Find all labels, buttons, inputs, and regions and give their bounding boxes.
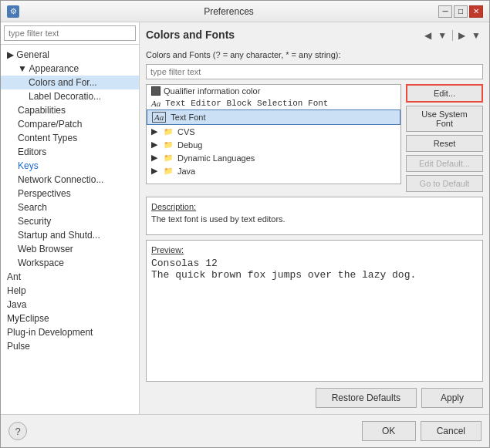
- sidebar-item-keys[interactable]: Keys: [1, 159, 139, 173]
- forward-icon[interactable]: ▶: [456, 29, 468, 42]
- bottom-bar: ? OK Cancel: [1, 414, 489, 447]
- font-item-debug[interactable]: ▶ 📁 Debug: [147, 138, 400, 151]
- folder-img-java: 📁: [164, 167, 173, 175]
- panel-header: Colors and Fonts ◀ ▼ ▶ ▼: [146, 29, 483, 42]
- toolbar-separator: [452, 30, 453, 41]
- sidebar-item-colors-fonts[interactable]: Colors and For...: [1, 76, 139, 89]
- font-list-area: Qualifier information color Aa Text Edit…: [146, 84, 483, 192]
- back-icon[interactable]: ◀: [422, 29, 434, 42]
- apply-button[interactable]: Apply: [421, 388, 483, 408]
- maximize-button[interactable]: □: [454, 5, 468, 18]
- font-list: Qualifier information color Aa Text Edit…: [146, 84, 401, 184]
- panel-subtitle: Colors and Fonts (? = any character, * =…: [146, 50, 483, 59]
- sidebar-item-startup[interactable]: Startup and Shutd...: [1, 228, 139, 242]
- font-item-block-label: Text Editor Block Selection Font: [165, 99, 328, 108]
- font-item-qualifier-color[interactable]: Qualifier information color: [147, 85, 400, 97]
- window-title: Preferences: [19, 6, 438, 17]
- use-system-font-button[interactable]: Use System Font: [406, 106, 483, 132]
- folder-img-dl: 📁: [164, 153, 173, 162]
- title-bar: ⚙ Preferences ─ □ ✕: [1, 1, 489, 22]
- folder-img-cvs: 📁: [164, 127, 173, 136]
- font-item-text-label: Text Font: [171, 113, 205, 122]
- sidebar: ▶ General ▼ Appearance Colors and For...…: [1, 22, 140, 414]
- sidebar-item-compare-patch[interactable]: Compare/Patch: [1, 117, 139, 131]
- font-filter-input[interactable]: [146, 64, 483, 79]
- title-buttons: ─ □ ✕: [438, 5, 483, 18]
- sidebar-item-content-types[interactable]: Content Types: [1, 131, 139, 145]
- sidebar-item-appearance[interactable]: ▼ Appearance: [1, 62, 139, 76]
- preview-label: Preview:: [151, 245, 478, 254]
- aa-mono-icon: Aa: [151, 99, 161, 108]
- sidebar-item-editors[interactable]: Editors: [1, 145, 139, 159]
- sidebar-item-perspectives[interactable]: Perspectives: [1, 187, 139, 200]
- aa-box-icon: Aa: [152, 112, 166, 123]
- sidebar-item-security[interactable]: Security: [1, 214, 139, 228]
- sidebar-item-plugin-dev[interactable]: Plug-in Development: [1, 325, 139, 339]
- folder-img-debug: 📁: [164, 140, 173, 149]
- app-icon: ⚙: [7, 5, 19, 18]
- minimize-button[interactable]: ─: [438, 5, 452, 18]
- font-item-text-font[interactable]: Aa Text Font: [147, 109, 400, 125]
- font-item-qualifier-label: Qualifier information color: [164, 86, 260, 96]
- sidebar-item-general[interactable]: ▶ General: [1, 48, 139, 62]
- dropdown-arrow1-icon[interactable]: ▼: [435, 29, 449, 42]
- folder-icon-debug: ▶: [151, 140, 161, 150]
- cancel-button[interactable]: Cancel: [421, 421, 482, 441]
- main-panel: Colors and Fonts ◀ ▼ ▶ ▼ Colors and Font…: [140, 22, 489, 414]
- preview-line1: Consolas 12: [151, 258, 478, 269]
- preview-content: Consolas 12 The quick brown fox jumps ov…: [151, 258, 478, 281]
- sidebar-item-network[interactable]: Network Connectio...: [1, 173, 139, 187]
- go-to-default-button[interactable]: Go to Default: [406, 175, 483, 192]
- sidebar-item-java[interactable]: Java: [1, 298, 139, 312]
- ok-button[interactable]: OK: [362, 421, 416, 441]
- font-item-text-editor-block[interactable]: Aa Text Editor Block Selection Font: [147, 97, 400, 109]
- content-area: ▶ General ▼ Appearance Colors and For...…: [1, 22, 489, 414]
- description-section: Description: The text font is used by te…: [146, 197, 483, 235]
- sidebar-item-capabilities[interactable]: Capabilities: [1, 103, 139, 117]
- dropdown-arrow2-icon[interactable]: ▼: [469, 29, 483, 42]
- font-item-dynamic-languages[interactable]: ▶ 📁 Dynamic Languages: [147, 151, 400, 164]
- sidebar-tree: ▶ General ▼ Appearance Colors and For...…: [1, 45, 139, 414]
- close-button[interactable]: ✕: [469, 5, 483, 18]
- folder-icon-java: ▶: [151, 166, 161, 176]
- preview-line2: The quick brown fox jumps over the lazy …: [151, 269, 478, 281]
- sidebar-item-web-browser[interactable]: Web Browser: [1, 242, 139, 256]
- font-item-debug-label: Debug: [177, 140, 202, 150]
- font-item-dl-label: Dynamic Languages: [177, 153, 255, 163]
- sidebar-filter-input[interactable]: [4, 25, 136, 41]
- sidebar-filter-area: [1, 22, 139, 45]
- sidebar-item-search[interactable]: Search: [1, 200, 139, 214]
- filter-box: [146, 64, 483, 79]
- font-item-java-label: Java: [177, 167, 195, 176]
- help-button[interactable]: ?: [8, 422, 27, 440]
- font-item-cvs[interactable]: ▶ 📁 CVS: [147, 125, 400, 138]
- bottom-left: ?: [8, 422, 27, 440]
- preview-section: Preview: Consolas 12 The quick brown fox…: [146, 240, 483, 382]
- sidebar-item-help[interactable]: Help: [1, 284, 139, 298]
- description-text: The text font is used by text editors.: [151, 214, 478, 224]
- action-buttons-panel: Edit... Use System Font Reset Edit Defau…: [406, 84, 483, 192]
- panel-toolbar: ◀ ▼ ▶ ▼: [422, 29, 483, 42]
- font-item-java[interactable]: ▶ 📁 Java: [147, 164, 400, 177]
- panel-title: Colors and Fonts: [146, 29, 235, 42]
- color-swatch-icon: [151, 86, 161, 96]
- restore-apply-row: Restore Defaults Apply: [146, 388, 483, 408]
- sidebar-item-ant[interactable]: Ant: [1, 270, 139, 284]
- edit-default-button[interactable]: Edit Default...: [406, 155, 483, 172]
- sidebar-item-workspace[interactable]: Workspace: [1, 256, 139, 270]
- sidebar-item-myeclipse[interactable]: MyEclipse: [1, 312, 139, 325]
- folder-icon-dl: ▶: [151, 153, 161, 163]
- sidebar-item-pulse[interactable]: Pulse: [1, 339, 139, 353]
- description-label: Description:: [151, 202, 478, 211]
- edit-button[interactable]: Edit...: [406, 84, 483, 103]
- restore-defaults-button[interactable]: Restore Defaults: [316, 388, 417, 408]
- font-item-cvs-label: CVS: [177, 127, 195, 136]
- sidebar-item-label-decorations[interactable]: Label Decoratio...: [1, 89, 139, 103]
- folder-icon-cvs: ▶: [151, 126, 161, 136]
- preferences-window: ⚙ Preferences ─ □ ✕ ▶ General ▼ Appearan…: [0, 0, 490, 448]
- reset-button[interactable]: Reset: [406, 135, 483, 152]
